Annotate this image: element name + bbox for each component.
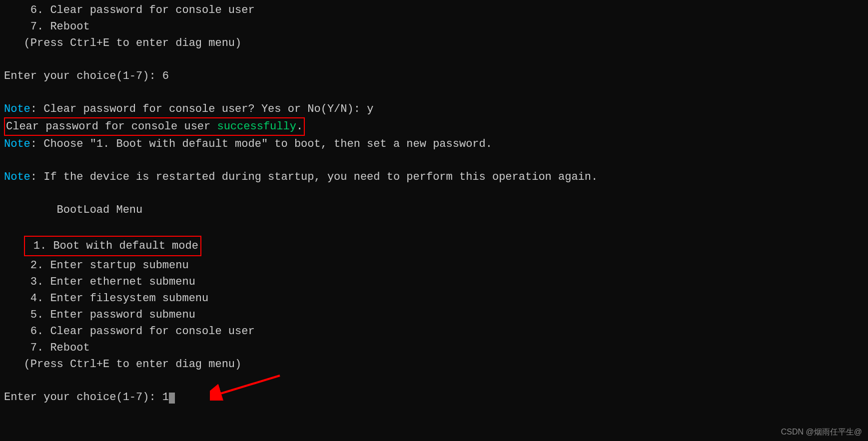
prompt-label-1: Enter your choice(1-7):	[4, 70, 162, 82]
note-confirm[interactable]: Note: Clear password for console user? Y…	[4, 101, 864, 117]
bootload-title: BootLoad Menu	[4, 202, 864, 218]
success-highlight-box: Clear password for console user successf…	[4, 117, 305, 136]
prompt-value-2: 1	[162, 391, 169, 404]
confirm-input: y	[367, 103, 373, 115]
menu-item-6: 6. Clear password for console user	[4, 2, 864, 18]
diag-hint: (Press Ctrl+E to enter diag menu)	[4, 35, 864, 51]
success-suffix: .	[296, 120, 303, 133]
note-label: Note	[4, 103, 30, 115]
choice-prompt-1[interactable]: Enter your choice(1-7): 6	[4, 68, 864, 84]
prompt-label-2: Enter your choice(1-7):	[4, 391, 162, 404]
prompt-value-1: 6	[162, 70, 169, 82]
menu-item-7: 7. Reboot	[4, 18, 864, 35]
boot-hint-text: : Choose "1. Boot with default mode" to …	[30, 138, 492, 150]
bootload-item-5: 5. Enter password submenu	[4, 307, 864, 323]
bootload-item-7: 7. Reboot	[4, 340, 864, 356]
note-restart-hint: Note: If the device is restarted during …	[4, 169, 864, 185]
bootload-item-2: 2. Enter startup submenu	[4, 257, 864, 274]
restart-hint-text: : If the device is restarted during star…	[30, 171, 598, 183]
watermark-text: CSDN @烟雨任平生@	[781, 426, 862, 438]
boot-default-highlight-box: 1. Boot with default mode	[24, 236, 201, 256]
bootload-item-3: 3. Enter ethernet submenu	[4, 274, 864, 290]
choice-prompt-2[interactable]: Enter your choice(1-7): 1	[4, 389, 864, 406]
note-label: Note	[4, 171, 30, 183]
success-word: successfully	[217, 120, 296, 133]
bootload-item-1: 1. Boot with default mode	[27, 240, 198, 252]
bootload-item-6: 6. Clear password for console user	[4, 323, 864, 340]
cursor-icon	[169, 393, 175, 404]
diag-hint-2: (Press Ctrl+E to enter diag menu)	[4, 356, 864, 373]
confirm-text: : Clear password for console user? Yes o…	[30, 103, 367, 115]
success-prefix: Clear password for console user	[6, 120, 217, 133]
note-boot-hint: Note: Choose "1. Boot with default mode"…	[4, 136, 864, 152]
note-label: Note	[4, 138, 30, 150]
bootload-item-4: 4. Enter filesystem submenu	[4, 290, 864, 307]
